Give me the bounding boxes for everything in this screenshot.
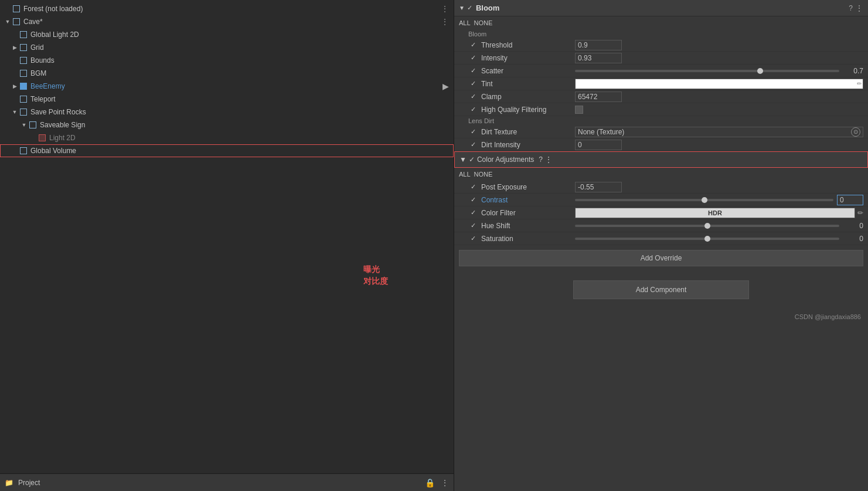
dirt-intensity-label: Dirt Intensity: [481, 141, 575, 149]
dirt-intensity-input[interactable]: [575, 140, 622, 150]
bloom-help-btn[interactable]: ?: [849, 4, 853, 12]
tint-color-box[interactable]: ✏: [575, 79, 863, 89]
color-adj-more-btn[interactable]: ⋮: [545, 155, 552, 164]
hq-filtering-checkbox[interactable]: [575, 106, 583, 114]
tree-item-global-volume[interactable]: Global Volume: [0, 144, 454, 157]
arrow-right-bee-enemy: ▶: [442, 82, 449, 91]
add-override-label: Add Override: [641, 254, 682, 262]
scatter-label: Scatter: [481, 67, 575, 75]
tree-item-saveable-sign[interactable]: ▼ Saveable Sign: [0, 118, 454, 131]
tint-check[interactable]: ✓: [468, 79, 478, 89]
more-dots-cave[interactable]: ⋮: [441, 17, 449, 26]
add-override-btn[interactable]: Add Override: [459, 250, 863, 266]
bloom-all-btn[interactable]: ALL: [459, 19, 471, 26]
cube-icon-global-light-2d: [19, 30, 28, 39]
clamp-label: Clamp: [481, 93, 575, 101]
tree-item-bgm[interactable]: BGM: [0, 67, 454, 80]
color-adj-none-btn[interactable]: NONE: [474, 171, 493, 178]
hue-shift-slider-container: 0: [575, 222, 863, 230]
contrast-check[interactable]: ✓: [468, 195, 478, 205]
dirt-intensity-check[interactable]: ✓: [468, 140, 478, 150]
saturation-check[interactable]: ✓: [468, 234, 478, 243]
dirt-texture-check[interactable]: ✓: [468, 127, 478, 137]
hue-shift-slider-track[interactable]: [575, 225, 839, 227]
dirt-texture-circle-btn[interactable]: ⊙: [851, 127, 860, 137]
bloom-more-btn[interactable]: ⋮: [855, 4, 863, 13]
tree-item-bee-enemy[interactable]: ▶ BeeEnemy ▶: [0, 80, 454, 93]
color-filter-picker-icon[interactable]: ✏: [857, 209, 863, 217]
prop-row-color-filter: ✓ Color Filter HDR ✏: [454, 206, 868, 219]
prop-row-hue-shift: ✓ Hue Shift 0: [454, 219, 868, 232]
intensity-check[interactable]: ✓: [468, 53, 478, 63]
watermark-text: CSDN @jiangdaxia886: [795, 313, 861, 320]
clamp-check[interactable]: ✓: [468, 92, 478, 101]
color-adj-help-btn[interactable]: ?: [539, 155, 543, 164]
add-component-btn[interactable]: Add Component: [573, 280, 749, 299]
add-component-label: Add Component: [636, 286, 687, 294]
post-exposure-check[interactable]: ✓: [468, 182, 478, 192]
prop-row-dirt-texture: ✓ Dirt Texture None (Texture) ⊙: [454, 126, 868, 138]
arrow-grid[interactable]: ▶: [12, 45, 18, 50]
contrast-slider-container: [575, 195, 863, 205]
contrast-slider-track[interactable]: [575, 199, 833, 201]
hq-filtering-check[interactable]: ✓: [468, 105, 478, 114]
bloom-collapse-arrow[interactable]: ▼: [459, 5, 465, 11]
cube-icon-bgm: [19, 69, 28, 78]
contrast-input[interactable]: [837, 195, 863, 205]
clamp-input[interactable]: [575, 92, 622, 102]
arrow-saveable-sign[interactable]: ▼: [21, 122, 27, 128]
tree-item-light-2d[interactable]: Light 2D: [0, 131, 454, 144]
prop-row-scatter: ✓ Scatter 0.7: [454, 65, 868, 77]
saturation-slider-track[interactable]: [575, 238, 839, 240]
prop-row-tint: ✓ Tint ✏: [454, 77, 868, 90]
color-adj-all-none-bar: ALL NONE: [454, 168, 868, 181]
more-icon[interactable]: ⋮: [441, 478, 449, 487]
bottom-bar-icons: 🔒 ⋮: [425, 478, 449, 487]
tree-item-teleport[interactable]: Teleport: [0, 93, 454, 106]
contrast-slider-thumb[interactable]: [702, 197, 707, 203]
threshold-input[interactable]: [575, 40, 622, 50]
saturation-label: Saturation: [481, 235, 575, 243]
scatter-slider-track[interactable]: [575, 70, 839, 72]
arrow-save-point-rocks[interactable]: ▼: [12, 109, 18, 115]
left-panel: Forest (not loaded) ⋮ ▼ Cave* ⋮ Global L…: [0, 0, 454, 491]
hue-shift-slider-thumb[interactable]: [704, 223, 710, 229]
saturation-slider-thumb[interactable]: [704, 236, 710, 242]
tree-item-bounds[interactable]: Bounds: [0, 54, 454, 67]
arrow-bee-enemy[interactable]: ▶: [12, 83, 18, 89]
hue-shift-label: Hue Shift: [481, 222, 575, 230]
prop-row-intensity: ✓ Intensity: [454, 52, 868, 65]
intensity-input[interactable]: [575, 53, 622, 63]
color-adj-section-header: ▼ ✓ Color Adjustments ? ⋮: [454, 151, 868, 168]
tree-item-forest[interactable]: Forest (not loaded) ⋮: [0, 2, 454, 15]
cube-icon-teleport: [19, 94, 28, 104]
bloom-title: Bloom: [476, 4, 499, 12]
lock-icon[interactable]: 🔒: [425, 478, 435, 487]
scatter-value: 0.7: [843, 67, 863, 75]
hue-shift-check[interactable]: ✓: [468, 221, 478, 231]
arrow-cave[interactable]: ▼: [5, 19, 11, 25]
scatter-check[interactable]: ✓: [468, 66, 478, 76]
cube-icon-bee-enemy: [19, 82, 28, 91]
more-dots-forest[interactable]: ⋮: [441, 4, 449, 13]
tree-item-global-light-2d[interactable]: Global Light 2D: [0, 28, 454, 41]
color-adj-all-btn[interactable]: ALL: [459, 171, 471, 178]
tree-item-cave[interactable]: ▼ Cave* ⋮: [0, 15, 454, 28]
dirt-texture-dropdown[interactable]: None (Texture) ⊙: [575, 127, 863, 137]
tint-picker-icon[interactable]: ✏: [857, 80, 862, 87]
hq-filtering-label: High Quality Filtering: [481, 106, 575, 114]
scatter-slider-thumb[interactable]: [757, 68, 763, 74]
threshold-check[interactable]: ✓: [468, 40, 478, 50]
bloom-none-btn[interactable]: NONE: [474, 19, 493, 26]
tree-item-save-point-rocks[interactable]: ▼ Save Point Rocks: [0, 106, 454, 118]
bloom-check[interactable]: ✓: [467, 4, 472, 12]
color-filter-box[interactable]: HDR: [575, 208, 855, 218]
color-filter-check[interactable]: ✓: [468, 208, 478, 218]
dirt-texture-label: Dirt Texture: [481, 128, 575, 136]
color-adj-check[interactable]: ✓: [469, 155, 475, 164]
post-exposure-input[interactable]: [575, 182, 622, 192]
color-adj-collapse-arrow[interactable]: ▼: [459, 155, 467, 164]
cube-icon-bounds: [19, 56, 28, 65]
cube-icon-grid: [19, 43, 28, 52]
tree-item-grid[interactable]: ▶ Grid: [0, 41, 454, 54]
